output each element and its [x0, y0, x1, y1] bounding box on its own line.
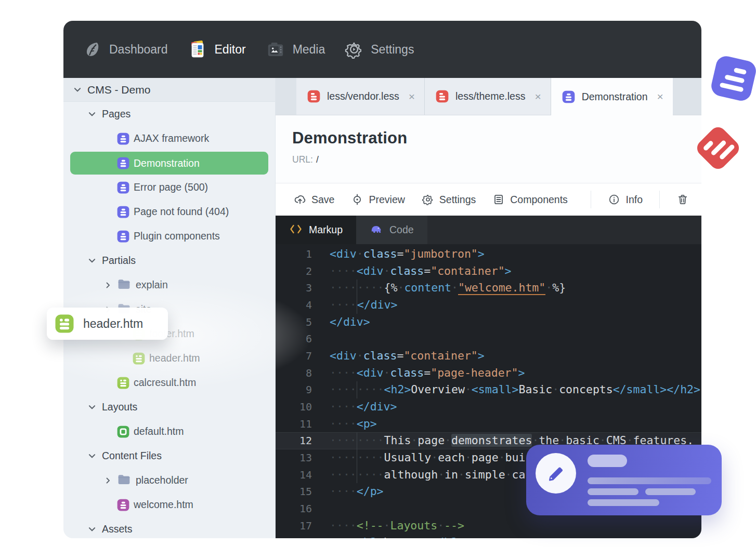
close-icon[interactable]: × [657, 90, 663, 103]
whitespace-dot: · [499, 451, 505, 464]
code-line-content: ········Usually·each·page·bui [330, 449, 525, 467]
code-token: simple [465, 468, 505, 481]
preview-button[interactable]: Preview [351, 193, 405, 206]
tree-item-error-page-500-[interactable]: Error page (500) [63, 175, 275, 199]
drag-ghost-header-htm[interactable]: header.htm [47, 308, 168, 340]
tree-item-ajax-framework[interactable]: AJAX framework [63, 126, 275, 151]
tree-item-label: header.htm [149, 352, 200, 364]
url-label: URL: [292, 154, 313, 165]
tree-item-label: Content Files [102, 450, 162, 462]
indent-dots: ···· [357, 281, 384, 294]
drag-ghost-label: header.htm [83, 317, 143, 331]
code-token: > [478, 247, 485, 260]
indent-dots: ···· [330, 366, 357, 379]
file-tab-strip: less/vendor.less×less/theme.less×Demonst… [276, 78, 701, 115]
editor-toolbar: SavePreviewSettingsComponentsInfo [276, 183, 701, 216]
whitespace-dot: · [552, 383, 559, 396]
code-line-11: 11····<p> [276, 416, 701, 433]
tree-item-label: Layouts [102, 401, 137, 413]
sidebar-theme-header[interactable]: CMS - Demo [63, 78, 275, 102]
tree-item-plugin-components[interactable]: Plugin components [63, 224, 275, 248]
tree-item-default-htm[interactable]: default.htm [63, 419, 275, 444]
preview-target-icon [351, 193, 363, 206]
whitespace-dot: · [384, 264, 390, 277]
code-token: class [363, 349, 397, 362]
tree-item-label: placeholder [136, 474, 188, 486]
toolbar-button-label: Save [311, 194, 334, 206]
line-number: 14 [276, 467, 312, 484]
page-file-icon [116, 230, 130, 243]
file-tab-less-vendor-less[interactable]: less/vendor.less× [296, 78, 425, 115]
page-url: URL:/ [292, 154, 701, 165]
info-button[interactable]: Info [608, 193, 643, 206]
tree-section-content-files[interactable]: Content Files [63, 444, 275, 468]
close-icon[interactable]: × [535, 90, 541, 103]
code-line-content: ····<h2>Layouts</h2> [330, 534, 464, 538]
editor-tab-markup[interactable]: Markup [276, 216, 356, 244]
tree-item-placeholder[interactable]: placeholder [63, 468, 275, 493]
bar [724, 74, 745, 83]
tree-item-demonstration[interactable]: Demonstration [70, 152, 268, 175]
code-token: "welcome.htm" [458, 281, 545, 295]
tree-item-calcresult-htm[interactable]: calcresult.htm [63, 370, 275, 395]
tree-section-pages[interactable]: Pages [63, 102, 275, 126]
indent-dots: ···· [330, 434, 357, 447]
url-value: / [316, 154, 319, 165]
tree-item-welcome-htm[interactable]: welcome.htm [63, 493, 275, 517]
tree-item-explain[interactable]: explain [63, 273, 275, 297]
code-line-3: 3········{%·content·"welcome.htm"·%} [276, 280, 701, 297]
partial-file-icon [54, 313, 75, 334]
tree-section-layouts[interactable]: Layouts [63, 395, 275, 419]
code-token: </h2> [667, 383, 700, 396]
file-tab-less-theme-less[interactable]: less/theme.less× [425, 78, 551, 115]
editor-tab-code[interactable]: Code [356, 216, 427, 244]
delete-button[interactable] [676, 193, 689, 206]
file-tab-label: less/theme.less [455, 90, 525, 102]
line-number: 12 [276, 432, 312, 449]
tree-item-header-htm[interactable]: header.htm [63, 346, 275, 370]
code-line-4: 4····</div> [276, 297, 701, 314]
nav-item-media[interactable]: Media [266, 39, 325, 59]
code-line-content: ····</div> [330, 297, 397, 314]
tree-item-page-not-found-404-[interactable]: Page not found (404) [63, 199, 275, 224]
save-cloud-icon [294, 193, 306, 206]
code-line-8: 8····<div·class="page-header"> [276, 365, 701, 382]
gear-icon [422, 193, 434, 206]
nav-item-settings[interactable]: Settings [345, 40, 414, 59]
less-file-icon [307, 89, 321, 103]
components-button[interactable]: Components [492, 193, 568, 206]
whitespace-dot: · [384, 519, 390, 532]
file-tab-demonstration[interactable]: Demonstration× [551, 78, 673, 115]
code-line-content: <div·class="jumbotron"> [330, 246, 485, 263]
line-number: 4 [276, 297, 312, 314]
code-token: %} [552, 281, 566, 294]
whitespace-dot: · [458, 468, 465, 481]
code-token: Basic [518, 383, 552, 396]
settings-button[interactable]: Settings [422, 193, 476, 206]
whitespace-dot: · [465, 383, 472, 396]
page: DashboardEditorMediaSettings CMS - Demo … [0, 0, 756, 559]
nav-item-editor[interactable]: Editor [188, 39, 246, 59]
code-token: </small> [613, 383, 667, 396]
code-line-content: ····<div·class="container"> [330, 263, 512, 280]
toolbar-button-label: Preview [369, 194, 405, 206]
whitespace-dot: · [465, 451, 472, 464]
close-icon[interactable]: × [409, 90, 415, 103]
code-token: Layouts [384, 536, 431, 538]
php-elephant-icon [370, 223, 383, 237]
editor-tab-label: Markup [309, 224, 343, 236]
code-line-18: 18····<h2>Layouts</h2> [276, 534, 701, 538]
whitespace-dot: · [397, 281, 404, 294]
save-button[interactable]: Save [294, 193, 334, 206]
nav-item-label: Editor [215, 43, 246, 57]
code-token: class [390, 264, 424, 277]
chevron-down-icon [87, 110, 97, 119]
indent-dots: ···· [357, 451, 384, 464]
tree-section-partials[interactable]: Partials [63, 248, 275, 273]
tree-section-assets[interactable]: Assets [63, 517, 275, 538]
code-token: "container" [403, 349, 477, 362]
toolbar-button-label: Components [510, 194, 568, 206]
note-line [588, 477, 711, 484]
chevron-down-icon [87, 403, 97, 412]
nav-item-dashboard[interactable]: Dashboard [83, 40, 168, 59]
